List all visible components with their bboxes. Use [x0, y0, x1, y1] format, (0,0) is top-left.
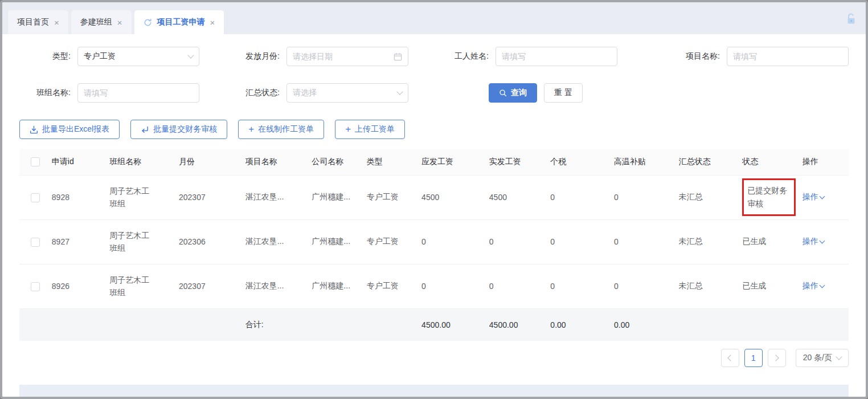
- tab-bar: 项目首页 × 参建班组 × 项目工资申请 ×: [2, 2, 866, 34]
- cell-heat-subsidy: 0: [614, 219, 679, 264]
- tab-label: 参建班组: [80, 17, 112, 27]
- page-number: 1: [751, 353, 756, 363]
- pay-month-input[interactable]: [293, 47, 394, 66]
- make-payroll-online-label: 在线制作工资单: [258, 124, 314, 135]
- project-name-control[interactable]: [727, 47, 849, 66]
- chevron-down-icon: [836, 353, 842, 360]
- prev-page-button[interactable]: [721, 349, 739, 367]
- cell-summary-status: 未汇总: [679, 264, 743, 308]
- row-actions-dropdown[interactable]: 操作: [803, 192, 824, 202]
- close-icon[interactable]: ×: [117, 18, 122, 27]
- plus-icon: +: [248, 124, 254, 134]
- worker-name-control[interactable]: [496, 47, 617, 66]
- cell-type: 专户工资: [367, 264, 421, 308]
- close-icon[interactable]: ×: [210, 18, 215, 27]
- cell-project-name: 湛江农垦...: [245, 175, 312, 219]
- table-row: 8928 周子艺木工班组 202307 湛江农垦... 广州穗建... 专户工资…: [19, 175, 849, 219]
- reset-button-label: 重 置: [554, 88, 572, 98]
- upload-payroll-button[interactable]: + 上传工资单: [335, 120, 405, 139]
- table-row: 8926 周子艺木工班组 202307 湛江农垦... 广州穗建... 专户工资…: [19, 264, 849, 308]
- header-actions: 操作: [803, 149, 849, 175]
- cell-apply-id: 8928: [52, 175, 109, 219]
- tab-project-wage-application[interactable]: 项目工资申请 ×: [134, 10, 224, 34]
- row-actions-label: 操作: [803, 192, 818, 202]
- summary-status-select[interactable]: 请选择: [286, 83, 408, 103]
- tab-project-home[interactable]: 项目首页 ×: [8, 10, 68, 34]
- cell-month: 202306: [179, 219, 245, 264]
- summary-status-placeholder: 请选择: [293, 88, 317, 98]
- field-project-name: 项目名称:: [617, 47, 849, 66]
- export-excel-button[interactable]: 批量导出Excel报表: [19, 120, 120, 139]
- chevron-down-icon: [187, 52, 194, 58]
- type-select[interactable]: 专户工资: [77, 47, 199, 66]
- cell-summary-status: 未汇总: [679, 175, 743, 219]
- cell-summary-status: 未汇总: [679, 219, 743, 264]
- row-actions-dropdown[interactable]: 操作: [803, 281, 824, 291]
- chevron-down-icon: [819, 283, 825, 288]
- cell-status: 已提交财务审核: [747, 186, 787, 208]
- chevron-down-icon: [819, 238, 825, 244]
- team-name-input[interactable]: [84, 84, 193, 102]
- select-all-checkbox[interactable]: [31, 157, 40, 166]
- refresh-icon[interactable]: [144, 18, 152, 27]
- totals-tax: 0.00: [550, 308, 614, 341]
- field-team-name: 班组名称:: [19, 83, 199, 103]
- chevron-down-icon: [819, 194, 825, 199]
- header-paid-wage: 实发工资: [489, 149, 551, 175]
- search-icon: [499, 89, 507, 97]
- header-company-name: 公司名称: [312, 149, 366, 175]
- filter-row-1: 类型: 专户工资 发放月份:: [19, 47, 849, 66]
- header-status: 状态: [742, 149, 803, 175]
- row-actions-label: 操作: [803, 281, 818, 291]
- submit-finance-button[interactable]: 批量提交财务审核: [130, 120, 227, 139]
- pay-month-datepicker[interactable]: [286, 47, 408, 66]
- query-button-label: 查询: [511, 88, 527, 98]
- batch-toolbar: 批量导出Excel报表 批量提交财务审核 + 在线制作工资单 + 上传工资单: [19, 120, 849, 139]
- plus-icon: +: [345, 124, 351, 134]
- close-icon[interactable]: ×: [54, 18, 59, 27]
- cell-month: 202307: [179, 175, 245, 219]
- cell-heat-subsidy: 0: [614, 175, 679, 219]
- cell-status: 已生成: [742, 237, 766, 246]
- team-name-label: 班组名称:: [19, 88, 77, 98]
- cell-company-name: 广州穗建...: [312, 175, 366, 219]
- type-label: 类型:: [19, 51, 77, 62]
- page-number-button[interactable]: 1: [744, 349, 763, 367]
- cell-paid-wage: 0: [489, 219, 551, 264]
- cell-payable-wage: 4500: [421, 175, 489, 219]
- totals-row: 合计: 4500.00 4500.00 0.00 0.00: [19, 308, 849, 341]
- field-worker-name: 工人姓名:: [408, 47, 617, 66]
- cell-tax: 0: [550, 175, 614, 219]
- main-content: 类型: 专户工资 发放月份:: [2, 34, 866, 397]
- cell-apply-id: 8927: [52, 219, 109, 264]
- cell-company-name: 广州穗建...: [312, 219, 366, 264]
- row-checkbox[interactable]: [31, 193, 40, 202]
- reset-button[interactable]: 重 置: [544, 83, 583, 103]
- page-size-value: 20 条/页: [803, 353, 832, 363]
- row-actions-dropdown[interactable]: 操作: [803, 237, 824, 247]
- totals-paid: 4500.00: [489, 308, 551, 341]
- worker-name-input[interactable]: [502, 47, 611, 66]
- cell-payable-wage: 0: [421, 219, 489, 264]
- pagination: 1 20 条/页: [19, 341, 849, 367]
- tab-participating-teams[interactable]: 参建班组 ×: [71, 10, 132, 34]
- cell-heat-subsidy: 0: [614, 264, 679, 308]
- next-page-button[interactable]: [768, 349, 786, 367]
- row-checkbox[interactable]: [31, 282, 40, 291]
- row-checkbox[interactable]: [31, 238, 40, 247]
- wage-application-table: 申请id 班组名称 月份 项目名称 公司名称 类型 应发工资 实发工资 个税 高…: [19, 149, 849, 341]
- cell-status: 已生成: [742, 281, 766, 290]
- cell-type: 专户工资: [367, 219, 421, 264]
- app-window: 项目首页 × 参建班组 × 项目工资申请 × 类型:: [0, 0, 868, 399]
- make-payroll-online-button[interactable]: + 在线制作工资单: [238, 120, 324, 139]
- query-button[interactable]: 查询: [489, 83, 537, 103]
- header-heat-subsidy: 高温补贴: [614, 149, 679, 175]
- team-name-control[interactable]: [77, 83, 199, 103]
- totals-heat-subsidy: 0.00: [614, 308, 679, 341]
- lock-icon[interactable]: [845, 13, 857, 25]
- project-name-input[interactable]: [733, 47, 842, 66]
- submit-finance-label: 批量提交财务审核: [153, 124, 217, 135]
- download-icon: [30, 125, 38, 134]
- page-size-select[interactable]: 20 条/页: [796, 349, 849, 367]
- field-summary-status: 汇总状态: 请选择: [199, 83, 408, 103]
